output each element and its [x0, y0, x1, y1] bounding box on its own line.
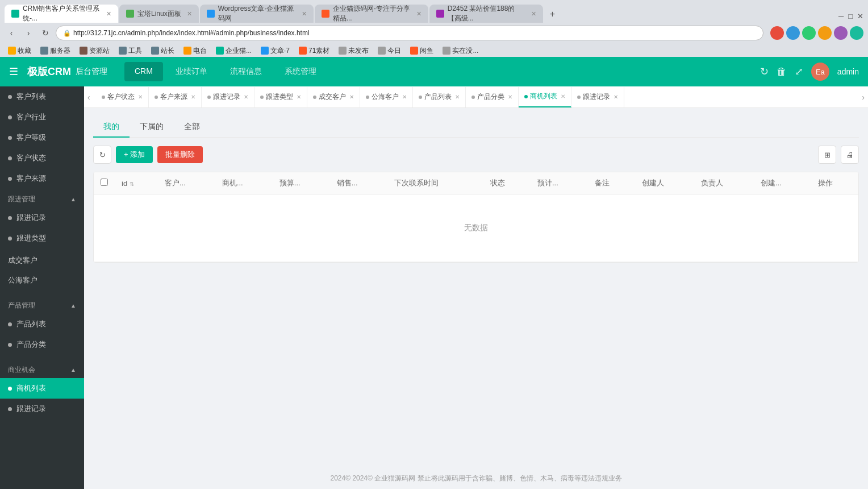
sub-tab-all[interactable]: 全部 — [174, 117, 210, 138]
tab-close-wp[interactable]: ✕ — [302, 10, 307, 18]
content-tab-label-customer-source: 客户来源 — [160, 92, 187, 102]
tab-scroll-left[interactable]: ‹ — [84, 93, 94, 102]
sidebar-item-deal[interactable]: 成交客户 — [0, 248, 84, 271]
content-tab-close-biz-list[interactable]: ✕ — [561, 93, 565, 100]
nav-item-sales[interactable]: 业绩订单 — [165, 62, 218, 81]
sidebar-group-business[interactable]: 商业机会 ▲ — [0, 359, 84, 378]
tab-wp[interactable]: Wordpress文章·企业猫源码网 ✕ — [200, 5, 314, 23]
sidebar-item-follow-record[interactable]: 跟进记录 — [0, 208, 84, 228]
bookmark-xianyu[interactable]: 闲鱼 — [407, 45, 437, 57]
col-label-remark: 备注 — [595, 179, 610, 187]
sidebar-item-customer-list[interactable]: 客户列表 — [0, 86, 84, 107]
user-avatar[interactable]: Ea — [811, 63, 829, 81]
sidebar-item-industry[interactable]: 客户行业 — [0, 107, 84, 127]
content-tab-close-product-list[interactable]: ✕ — [455, 94, 460, 100]
ext-icon-5[interactable] — [834, 26, 848, 40]
tab-qiyemao[interactable]: 企业猫源码网-专注于分享精品... ✕ — [315, 5, 428, 23]
sub-tab-subordinate[interactable]: 下属的 — [130, 117, 174, 138]
ext-icon-2[interactable] — [786, 26, 800, 40]
sidebar-item-product-cat[interactable]: 产品分类 — [0, 334, 84, 355]
reload-button[interactable]: ↻ — [39, 26, 52, 40]
new-tab-button[interactable]: + — [544, 6, 561, 23]
content-tab-close-follow-type[interactable]: ✕ — [297, 94, 301, 100]
ext-icon-1[interactable] — [770, 26, 784, 40]
sidebar-group-product[interactable]: 产品管理 ▲ — [0, 295, 84, 314]
ext-icon-6[interactable] — [850, 26, 863, 40]
fullscreen-icon[interactable]: ⤢ — [795, 65, 803, 78]
tab-d2452[interactable]: D2452 某站价值188的【高级... ✕ — [429, 5, 543, 23]
content-tab-product-list[interactable]: 产品列表 ✕ — [413, 87, 466, 107]
close-button[interactable]: ✕ — [857, 12, 863, 20]
grid-view-button[interactable]: ⊞ — [818, 146, 836, 164]
content-tab-close-customer-source[interactable]: ✕ — [191, 94, 195, 100]
content-tab-follow-type[interactable]: 跟进类型 ✕ — [254, 87, 307, 107]
tab-close-d2452[interactable]: ✕ — [531, 10, 536, 18]
hamburger-icon[interactable]: ☰ — [9, 65, 18, 78]
content-tab-customer-status[interactable]: 客户状态 ✕ — [96, 87, 149, 107]
bookmark-resource[interactable]: 资源站 — [76, 45, 113, 57]
bookmark-radio[interactable]: 电台 — [180, 45, 210, 57]
sidebar-item-source[interactable]: 客户来源 — [0, 168, 84, 189]
content-tab-deal-customer[interactable]: 成交客户 ✕ — [307, 87, 360, 107]
content-tab-product-cat[interactable]: 产品分类 ✕ — [466, 87, 519, 107]
sidebar-item-biz-list[interactable]: 商机列表 — [0, 378, 84, 399]
content-tab-biz-record[interactable]: 跟进记录 ✕ — [571, 87, 624, 107]
add-button[interactable]: + 添加 — [116, 146, 153, 163]
bookmark-stationmaster[interactable]: 站长 — [148, 45, 178, 57]
sidebar-item-biz-record[interactable]: 跟进记录 — [0, 399, 84, 419]
sub-tabs: 我的 下属的 全部 — [93, 117, 859, 138]
nav-item-process[interactable]: 流程信息 — [220, 62, 272, 81]
nav-item-crm[interactable]: CRM — [124, 62, 163, 81]
address-input[interactable]: 🔒 http://312.71jc.cn/admin.php/index/ind… — [56, 26, 763, 40]
content-tab-close-biz-record[interactable]: ✕ — [614, 94, 618, 100]
bookmark-server[interactable]: 服务器 — [37, 45, 74, 57]
sidebar-item-status[interactable]: 客户状态 — [0, 148, 84, 168]
content-tab-close-product-cat[interactable]: ✕ — [508, 94, 512, 100]
tab-baota[interactable]: 宝塔Linux面板 ✕ — [119, 5, 199, 23]
bookmark-label-stationmaster: 站长 — [161, 46, 174, 56]
tab-crm[interactable]: CRM销售客户关系管理系统-... ✕ — [5, 5, 118, 23]
bookmark-today[interactable]: 今日 — [374, 45, 404, 57]
bookmark-unpublished[interactable]: 未发布 — [335, 45, 372, 57]
sidebar-item-product-list[interactable]: 产品列表 — [0, 314, 84, 334]
refresh-nav-icon[interactable]: ↻ — [760, 65, 769, 78]
bookmark-icon-shizai — [443, 47, 450, 55]
sidebar-item-public-sea[interactable]: 公海客户 — [0, 271, 84, 291]
nav-item-system[interactable]: 系统管理 — [274, 62, 327, 81]
select-all-checkbox[interactable] — [101, 179, 108, 186]
tab-close-qiyemao[interactable]: ✕ — [416, 10, 422, 18]
bookmark-article[interactable]: 文章·7 — [257, 45, 293, 57]
sidebar-item-grade[interactable]: 客户等级 — [0, 127, 84, 148]
ext-icon-4[interactable] — [818, 26, 832, 40]
ext-icon-3[interactable] — [802, 26, 816, 40]
minimize-button[interactable]: ─ — [838, 12, 844, 20]
batch-delete-button[interactable]: 批量删除 — [157, 146, 203, 163]
content-tab-public-sea[interactable]: 公海客户 ✕ — [360, 87, 413, 107]
content-tab-close-follow-record[interactable]: ✕ — [244, 94, 248, 100]
content-tab-follow-record[interactable]: 跟进记录 ✕ — [202, 87, 254, 107]
bookmark-qiyemao[interactable]: 企业猫... — [212, 45, 255, 57]
content-tab-customer-source[interactable]: 客户来源 ✕ — [149, 87, 202, 107]
forward-button[interactable]: › — [22, 26, 35, 40]
sidebar-item-follow-type[interactable]: 跟进类型 — [0, 228, 84, 248]
refresh-button[interactable]: ↻ — [93, 146, 111, 164]
content-tab-biz-list[interactable]: 商机列表 ✕ — [519, 87, 571, 107]
print-button[interactable]: 🖨 — [841, 146, 859, 164]
back-button[interactable]: ‹ — [5, 26, 18, 40]
content-tab-close-public-sea[interactable]: ✕ — [402, 94, 407, 100]
bookmark-shizai[interactable]: 实在没... — [439, 45, 482, 57]
tab-close-baota[interactable]: ✕ — [187, 10, 192, 18]
content-tab-close-customer-status[interactable]: ✕ — [138, 94, 143, 100]
sort-icon-id[interactable]: ⇅ — [130, 181, 134, 187]
bookmark-favorites[interactable]: 收藏 — [5, 45, 35, 57]
sub-tab-mine[interactable]: 我的 — [93, 117, 130, 138]
content-tab-close-deal-customer[interactable]: ✕ — [349, 94, 354, 100]
refresh-icon: ↻ — [99, 151, 106, 159]
bookmark-71[interactable]: 71素材 — [295, 45, 333, 57]
delete-nav-icon[interactable]: 🗑 — [777, 66, 787, 78]
tab-scroll-right[interactable]: › — [858, 93, 868, 102]
bookmark-tools[interactable]: 工具 — [115, 45, 145, 57]
maximize-button[interactable]: □ — [848, 12, 853, 20]
tab-close-crm[interactable]: ✕ — [106, 10, 111, 18]
sidebar-group-follow[interactable]: 跟进管理 ▲ — [0, 189, 84, 208]
